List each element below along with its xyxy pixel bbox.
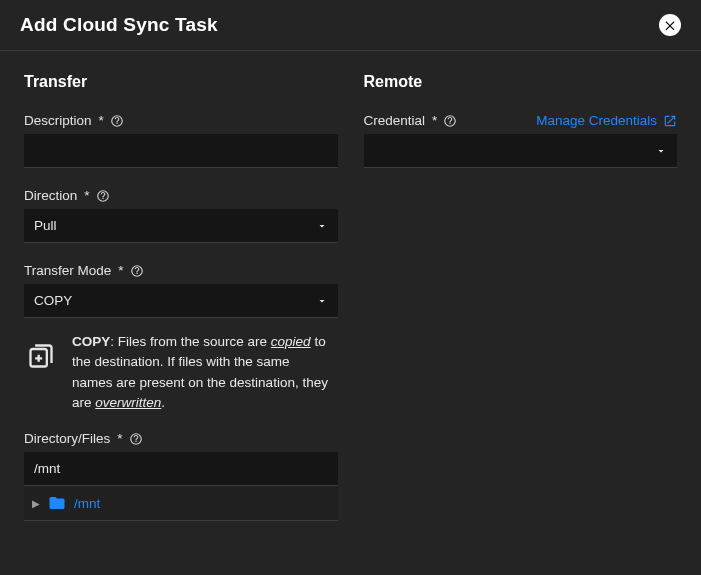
dirfiles-label: Directory/Files	[24, 431, 110, 446]
direction-help[interactable]	[96, 189, 110, 203]
description-label-row: Description *	[24, 113, 338, 128]
credential-label-row: Credential * Manage Credentials	[364, 113, 678, 128]
panel-header: Add Cloud Sync Task	[0, 0, 701, 51]
required-mark: *	[84, 188, 89, 203]
mode-select[interactable]	[24, 284, 338, 318]
direction-select-wrap	[24, 209, 338, 243]
mode-help-text: COPY: Files from the source are copied t…	[24, 332, 338, 413]
chevron-down-icon	[655, 145, 667, 157]
required-mark: *	[432, 113, 437, 128]
help-icon	[110, 114, 124, 128]
mode-help-end: .	[161, 395, 165, 410]
mode-help-over: overwritten	[95, 395, 161, 410]
mode-select-wrap	[24, 284, 338, 318]
direction-label-row: Direction *	[24, 188, 338, 203]
copy-plus-icon	[24, 332, 58, 413]
credential-select[interactable]	[364, 134, 678, 168]
mode-help-paragraph: COPY: Files from the source are copied t…	[72, 332, 334, 413]
dirfiles-help[interactable]	[129, 432, 143, 446]
manage-credentials-link[interactable]: Manage Credentials	[536, 113, 677, 128]
transfer-title: Transfer	[24, 73, 338, 91]
credential-label-left: Credential *	[364, 113, 458, 128]
panel-title: Add Cloud Sync Task	[20, 14, 218, 36]
external-link-icon	[663, 114, 677, 128]
credential-field: Credential * Manage Credentials	[364, 113, 678, 168]
credential-help[interactable]	[443, 114, 457, 128]
mode-help[interactable]	[130, 264, 144, 278]
required-mark: *	[99, 113, 104, 128]
panel-body: Transfer Description * Direction *	[0, 51, 701, 575]
manage-credentials-label: Manage Credentials	[536, 113, 657, 128]
folder-icon	[48, 494, 66, 512]
direction-field: Direction *	[24, 188, 338, 243]
help-icon	[443, 114, 457, 128]
tree-row-mnt[interactable]: ▶ /mnt	[32, 492, 330, 514]
mode-help-copied: copied	[271, 334, 311, 349]
description-field: Description *	[24, 113, 338, 168]
help-icon	[130, 264, 144, 278]
remote-title: Remote	[364, 73, 678, 91]
add-cloud-sync-panel: Add Cloud Sync Task Transfer Description…	[0, 0, 701, 575]
direction-label: Direction	[24, 188, 77, 203]
remote-section: Remote Credential * Manage Credentials	[364, 73, 678, 555]
required-mark: *	[117, 431, 122, 446]
description-help[interactable]	[110, 114, 124, 128]
close-icon	[663, 18, 677, 32]
help-icon	[96, 189, 110, 203]
required-mark: *	[118, 263, 123, 278]
dirfiles-field: Directory/Files * ▶ /mnt	[24, 431, 338, 521]
tree-node-label: /mnt	[74, 496, 100, 511]
mode-help-pre: : Files from the source are	[110, 334, 271, 349]
expand-icon: ▶	[32, 498, 40, 509]
transfer-section: Transfer Description * Direction *	[24, 73, 338, 555]
mode-label-row: Transfer Mode *	[24, 263, 338, 278]
credential-label: Credential	[364, 113, 426, 128]
dirfiles-label-row: Directory/Files *	[24, 431, 338, 446]
mode-field: Transfer Mode *	[24, 263, 338, 318]
dirfiles-tree: ▶ /mnt	[24, 486, 338, 521]
direction-select[interactable]	[24, 209, 338, 243]
help-icon	[129, 432, 143, 446]
description-input[interactable]	[24, 134, 338, 168]
dirfiles-input[interactable]	[24, 452, 338, 486]
close-button[interactable]	[659, 14, 681, 36]
description-label: Description	[24, 113, 92, 128]
mode-help-bold: COPY	[72, 334, 110, 349]
mode-label: Transfer Mode	[24, 263, 111, 278]
